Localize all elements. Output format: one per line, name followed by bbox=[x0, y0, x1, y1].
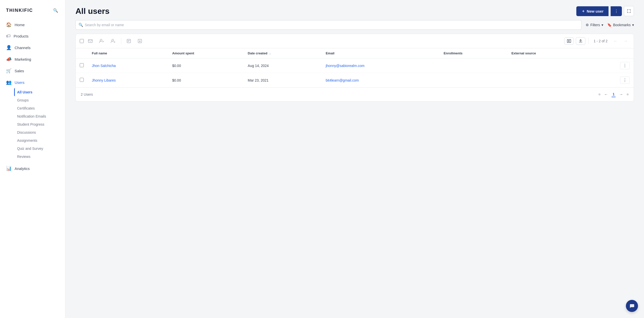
chat-bubble-button[interactable] bbox=[626, 300, 638, 312]
footer-next-button[interactable]: → bbox=[618, 92, 625, 97]
new-user-menu-button[interactable]: ⋮ bbox=[611, 6, 622, 16]
email-bulk-button[interactable] bbox=[86, 38, 95, 45]
th-full-name[interactable]: Full name bbox=[88, 48, 168, 58]
sidebar-item-notification-emails[interactable]: Notification Emails bbox=[14, 112, 65, 120]
share-button[interactable] bbox=[576, 37, 585, 45]
sidebar: THINKIFIC 🔍 🏠 Home 🏷 Products 👤 Channels… bbox=[0, 0, 65, 318]
table-row: Jhon Salchicha $0.00 Aug 14, 2024 jhonny… bbox=[76, 58, 634, 73]
sidebar-item-discussions[interactable]: Discussions bbox=[14, 128, 65, 136]
row-1-actions: ⋮ bbox=[593, 62, 630, 69]
svg-rect-5 bbox=[567, 40, 569, 43]
th-external-source: External source bbox=[507, 48, 589, 58]
search-icon: 🔍 bbox=[78, 23, 83, 27]
enroll-bulk-button[interactable] bbox=[97, 37, 106, 45]
bookmarks-button[interactable]: 🔖 Bookmarks ▾ bbox=[607, 23, 634, 27]
global-search-button[interactable]: 🔍 bbox=[52, 7, 59, 14]
nav-channels-label: Channels bbox=[15, 46, 30, 50]
page-controls: ← 1 → bbox=[598, 92, 629, 97]
th-checkbox bbox=[76, 48, 88, 58]
nav-sales[interactable]: 🛒 Sales bbox=[0, 65, 65, 77]
footer-prev-button[interactable]: ← bbox=[602, 92, 610, 97]
expand-button[interactable] bbox=[624, 6, 634, 16]
row-2-checkbox-cell[interactable] bbox=[76, 73, 88, 88]
toolbar-divider-1 bbox=[121, 38, 121, 44]
filter-icon: ⚙ bbox=[586, 23, 589, 27]
nav-home[interactable]: 🏠 Home bbox=[0, 19, 65, 30]
table-row: Jhonny Libares $0.00 Mar 23, 2021 bit4le… bbox=[76, 73, 634, 88]
unenroll-icon bbox=[111, 39, 116, 43]
nav-channels[interactable]: 👤 Channels bbox=[0, 42, 65, 53]
bookmark-icon: 🔖 bbox=[607, 23, 612, 27]
row-1-enrollments bbox=[439, 58, 507, 73]
app-logo: THINKIFIC bbox=[6, 8, 33, 13]
sort-icon: ↓ bbox=[269, 52, 271, 55]
home-icon: 🏠 bbox=[6, 22, 12, 27]
sidebar-item-groups[interactable]: Groups bbox=[14, 96, 65, 104]
sidebar-item-certificates[interactable]: Certificates bbox=[14, 104, 65, 112]
filter-chevron-icon: ▾ bbox=[601, 23, 603, 27]
users-table-card: 1 - 2 of 2 ← → Full name Amount spent bbox=[75, 34, 634, 101]
current-page-number[interactable]: 1 bbox=[612, 92, 616, 97]
unenroll-bulk-button[interactable] bbox=[108, 37, 118, 45]
row-2-full-name[interactable]: Jhonny Libares bbox=[88, 73, 168, 88]
th-date-created[interactable]: Date created ↓ bbox=[244, 48, 322, 58]
sidebar-item-student-progress[interactable]: Student Progress bbox=[14, 120, 65, 128]
plus-icon: ＋ bbox=[581, 9, 585, 14]
nav-analytics[interactable]: 📊 Analytics bbox=[0, 163, 65, 174]
nav-home-label: Home bbox=[15, 23, 25, 27]
row-2-checkbox[interactable] bbox=[80, 78, 84, 82]
sidebar-item-quiz-survey[interactable]: Quiz and Survey bbox=[14, 145, 65, 153]
nav-analytics-label: Analytics bbox=[15, 166, 30, 171]
th-enrollments: Enrollments bbox=[439, 48, 507, 58]
nav-sales-label: Sales bbox=[15, 69, 24, 73]
pagination-prev-button[interactable]: ← bbox=[612, 38, 620, 44]
svg-rect-3 bbox=[127, 39, 131, 43]
row-1-checkbox-cell[interactable] bbox=[76, 58, 88, 73]
nav-marketing[interactable]: 📣 Marketing bbox=[0, 53, 65, 65]
row-1-date-created: Aug 14, 2024 bbox=[244, 58, 322, 73]
new-user-button[interactable]: ＋ New user bbox=[576, 6, 609, 16]
nav-users-label: Users bbox=[15, 80, 24, 85]
table-toolbar: 1 - 2 of 2 ← → bbox=[76, 34, 634, 48]
nav-users[interactable]: 👥 Users bbox=[0, 77, 65, 88]
share-icon bbox=[579, 39, 583, 43]
users-sub-nav: All Users Groups Certificates Notificati… bbox=[0, 88, 65, 161]
pagination-info: 1 - 2 of 2 bbox=[594, 39, 608, 43]
table-footer: 2 Users ← 1 → bbox=[76, 87, 634, 101]
row-2-email[interactable]: bit4learn@gmail.com bbox=[322, 73, 440, 88]
row-2-date-created: Mar 23, 2021 bbox=[244, 73, 322, 88]
table-body: Jhon Salchicha $0.00 Aug 14, 2024 jhonny… bbox=[76, 58, 634, 88]
row-1-checkbox[interactable] bbox=[80, 63, 84, 67]
row-1-menu-button[interactable]: ⋮ bbox=[620, 62, 630, 69]
pagination-next-button[interactable]: → bbox=[622, 38, 630, 44]
toolbar: 🔍 ⚙ Filters ▾ 🔖 Bookmarks ▾ bbox=[75, 20, 634, 30]
total-users-label: 2 Users bbox=[81, 92, 93, 96]
users-icon: 👥 bbox=[6, 80, 12, 85]
columns-toggle-button[interactable] bbox=[564, 38, 574, 45]
row-2-menu-button[interactable]: ⋮ bbox=[620, 77, 630, 84]
filters-button[interactable]: ⚙ Filters ▾ bbox=[586, 23, 603, 27]
search-input[interactable] bbox=[75, 20, 582, 30]
toolbar-right: ⚙ Filters ▾ 🔖 Bookmarks ▾ bbox=[586, 23, 634, 27]
row-1-email[interactable]: jhonny@sabiorealm.com bbox=[322, 58, 440, 73]
nav-products[interactable]: 🏷 Products bbox=[0, 30, 65, 42]
svg-rect-0 bbox=[88, 40, 92, 43]
sidebar-item-reviews[interactable]: Reviews bbox=[14, 153, 65, 161]
select-all-checkbox[interactable] bbox=[80, 39, 84, 43]
import-button[interactable] bbox=[135, 37, 144, 45]
expand-icon bbox=[627, 9, 631, 13]
page-header: All users ＋ New user ⋮ bbox=[65, 0, 644, 20]
row-1-external-source bbox=[507, 58, 589, 73]
export-csv-icon bbox=[127, 39, 131, 43]
sidebar-item-assignments[interactable]: Assignments bbox=[14, 136, 65, 145]
th-email: Email bbox=[322, 48, 440, 58]
products-icon: 🏷 bbox=[6, 33, 11, 39]
page-dot-next bbox=[627, 93, 629, 95]
row-2-external-source bbox=[507, 73, 589, 88]
sidebar-item-all-users[interactable]: All Users bbox=[14, 88, 65, 96]
sales-icon: 🛒 bbox=[6, 68, 12, 74]
main-area: All users ＋ New user ⋮ 🔍 ⚙ bbox=[65, 0, 644, 318]
export-csv-button[interactable] bbox=[124, 37, 133, 45]
bookmarks-label: Bookmarks bbox=[613, 23, 631, 27]
row-1-full-name[interactable]: Jhon Salchicha bbox=[88, 58, 168, 73]
